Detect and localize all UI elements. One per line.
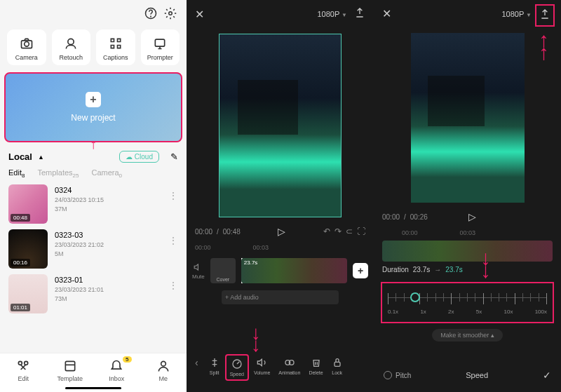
cloud-button[interactable]: ☁ Cloud [119, 151, 159, 163]
timeline-row: Mute Cover 23.7s + [187, 255, 374, 286]
tab-camera[interactable]: Camera0 [91, 168, 122, 179]
duration-badge: 00:48 [11, 214, 30, 222]
caret-up-icon[interactable]: ▲ [38, 154, 44, 161]
project-meta: 0324 24/03/2023 10:15 37M [55, 184, 161, 224]
tool-row: Camera Retouch Captions Prompter [0, 29, 187, 65]
project-item[interactable]: 00:16 0323-03 23/03/2023 21:02 5M ⋮ [8, 229, 178, 269]
project-item[interactable]: 00:48 0324 24/03/2023 10:15 37M ⋮ [8, 184, 178, 224]
duration-label: Duration [382, 266, 409, 273]
undo-icon[interactable]: ↶ [323, 227, 330, 236]
mute-button[interactable]: Mute [192, 262, 205, 280]
new-project-button[interactable]: + New project [4, 72, 182, 142]
more-icon[interactable]: ⋮ [168, 184, 178, 201]
svg-rect-9 [65, 361, 74, 370]
svg-rect-6 [156, 39, 165, 46]
svg-point-2 [169, 12, 173, 15]
svg-point-5 [68, 39, 74, 44]
time-total: 00:48 [223, 228, 241, 236]
resolution-button[interactable]: 1080P ▼ [317, 10, 347, 18]
speed-tool[interactable]: Speed [225, 354, 249, 381]
project-size: 5M [55, 250, 161, 257]
nav-edit[interactable]: Edit [0, 359, 47, 382]
time-current: 00:00 [382, 213, 400, 221]
retouch-label: Retouch [59, 54, 83, 61]
speed-title: Speed [411, 371, 543, 379]
project-date: 23/03/2023 21:02 [55, 241, 161, 248]
nav-template[interactable]: Template [47, 359, 94, 382]
video-preview[interactable] [219, 34, 342, 217]
play-icon[interactable]: ▷ [278, 226, 285, 237]
arrow-right-icon: → [434, 266, 441, 273]
speed-slider[interactable] [388, 290, 547, 304]
project-size: 73M [55, 295, 161, 302]
clip-duration: 23.7s [244, 259, 258, 266]
retouch-tool[interactable]: Retouch [52, 29, 91, 65]
project-name: 0323-01 [55, 276, 161, 284]
nav-inbox[interactable]: 5Inbox [93, 359, 140, 382]
slider-thumb[interactable] [410, 292, 420, 302]
new-project-label: New project [71, 113, 115, 123]
local-label: Local [8, 151, 32, 162]
make-smoother-button[interactable]: Make it smoother ▴ [432, 329, 503, 342]
close-icon[interactable]: ✕ [382, 7, 391, 20]
export-icon[interactable] [354, 7, 365, 21]
time-total: 00:26 [410, 213, 428, 221]
lock-tool[interactable]: Lock [328, 354, 346, 381]
more-icon[interactable]: ⋮ [168, 274, 178, 291]
timeline-ticks: 00:0000:03 [187, 240, 374, 255]
svg-point-7 [19, 361, 22, 365]
home-indicator [65, 387, 121, 389]
project-list: 00:48 0324 24/03/2023 10:15 37M ⋮ 00:16 … [0, 184, 187, 313]
project-name: 0324 [55, 186, 161, 194]
annotation-arrow: ↓↓ [480, 252, 491, 277]
redo-icon[interactable]: ↷ [334, 227, 342, 236]
delete-tool[interactable]: Delete [305, 354, 326, 381]
chevron-down-icon: ▼ [526, 12, 532, 18]
confirm-icon[interactable]: ✓ [543, 370, 551, 381]
thumbnail: 01:01 [8, 274, 48, 313]
playback-row: 00:00/00:48 ▷ ↶ ↷ ⊂ ⛶ [187, 223, 374, 240]
nav-me[interactable]: Me [140, 359, 187, 382]
project-name: 0323-03 [55, 231, 161, 239]
add-clip-button[interactable]: + [353, 263, 368, 278]
gear-icon[interactable] [164, 7, 177, 22]
nav-label: Edit [18, 375, 29, 382]
editor-panel: ✕ 1080P ▼ 00:00/00:48 ▷ ↶ ↷ ⊂ ⛶ 00:0000:… [187, 0, 374, 392]
annotation-arrow: ↓↓ [251, 327, 261, 351]
pitch-toggle[interactable]: Pitch [384, 371, 411, 379]
speed-slider-box: 0.1x 1x 2x 5x 10x 100x [381, 282, 554, 323]
editor-top-bar: ✕ 1080P ▼ [187, 0, 374, 28]
playback-row: 00:00/00:26 ▷ [374, 208, 561, 225]
project-size: 37M [55, 205, 161, 212]
split-tool[interactable]: Split [205, 354, 224, 381]
edit-icon[interactable]: ✎ [170, 151, 178, 162]
volume-tool[interactable]: Volume [250, 354, 273, 381]
project-item[interactable]: 01:01 0323-01 23/03/2023 21:01 73M ⋮ [8, 274, 178, 313]
add-audio-button[interactable]: + Add audio [222, 290, 339, 304]
cover-button[interactable]: Cover [210, 258, 236, 283]
animation-tool[interactable]: Animation [275, 354, 304, 381]
resolution-button[interactable]: 1080P ▼ [501, 10, 532, 18]
back-icon[interactable]: ‹ [189, 354, 204, 381]
svg-point-8 [25, 361, 28, 365]
tool-strip: ‹ Split Speed Volume Animation Delete Lo… [187, 350, 374, 385]
duration-badge: 01:01 [11, 304, 30, 311]
captions-tool[interactable]: Captions [96, 29, 135, 65]
thumbnail: 00:16 [8, 229, 48, 269]
tab-templates[interactable]: Templates25 [37, 168, 79, 179]
tab-edit[interactable]: Edit8 [8, 168, 25, 179]
camera-tool[interactable]: Camera [7, 29, 46, 65]
bottom-nav: Edit Template 5Inbox Me [0, 353, 187, 392]
fullscreen-icon[interactable]: ⛶ [357, 227, 365, 236]
close-icon[interactable]: ✕ [195, 8, 204, 21]
play-icon[interactable]: ▷ [468, 211, 476, 222]
prompter-tool[interactable]: Prompter [141, 29, 180, 65]
video-clip[interactable] [382, 241, 553, 262]
export-highlight [535, 4, 555, 27]
video-preview[interactable] [411, 33, 525, 203]
captions-label: Captions [103, 54, 128, 61]
video-clip[interactable]: 23.7s [241, 258, 347, 283]
more-icon[interactable]: ⋮ [168, 229, 178, 246]
redo2-icon[interactable]: ⊂ [346, 227, 353, 236]
help-icon[interactable] [144, 7, 157, 22]
